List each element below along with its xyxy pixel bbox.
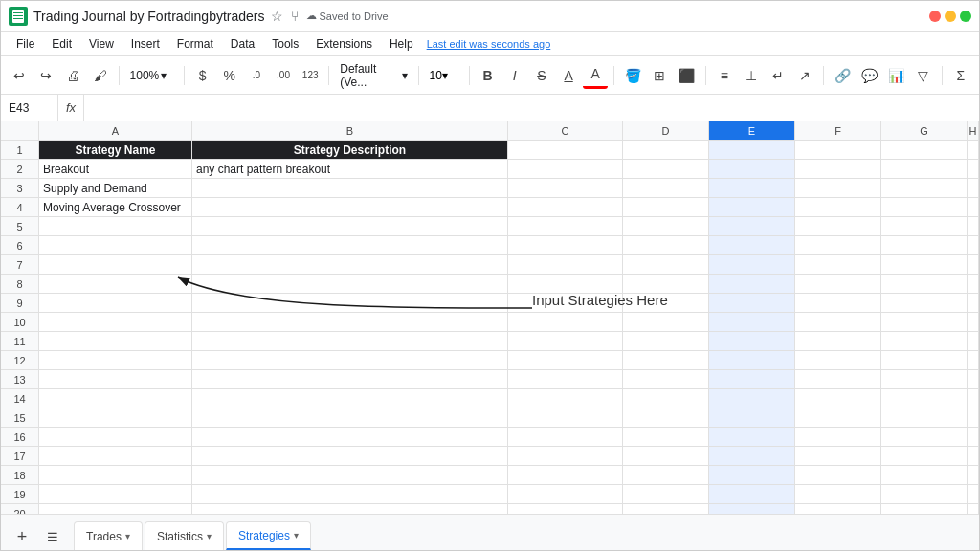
- cell-g4[interactable]: [881, 198, 968, 216]
- cell-b13[interactable]: [192, 370, 508, 388]
- cell-e16[interactable]: [709, 428, 795, 446]
- cell-h8[interactable]: [968, 275, 979, 293]
- cell-g5[interactable]: [881, 217, 968, 235]
- row-num-2[interactable]: 2: [1, 160, 39, 178]
- cell-h13[interactable]: [968, 370, 979, 388]
- row-num-7[interactable]: 7: [1, 255, 39, 274]
- cell-d16[interactable]: [623, 428, 709, 446]
- cell-h19[interactable]: [968, 485, 979, 503]
- row-num-17[interactable]: 17: [1, 447, 39, 465]
- col-header-g[interactable]: G: [881, 121, 968, 140]
- cell-h2[interactable]: [968, 160, 979, 178]
- cell-e17[interactable]: [709, 447, 795, 465]
- cell-g18[interactable]: [881, 466, 968, 484]
- cell-g20[interactable]: [881, 504, 968, 514]
- col-header-a[interactable]: A: [39, 121, 192, 140]
- cell-d19[interactable]: [623, 485, 709, 503]
- row-num-13[interactable]: 13: [1, 370, 39, 388]
- cell-g15[interactable]: [881, 408, 968, 427]
- cell-d7[interactable]: [623, 255, 709, 274]
- functions-button[interactable]: Σ: [948, 62, 973, 89]
- cell-a2[interactable]: Breakout: [39, 160, 192, 178]
- cell-d3[interactable]: [623, 179, 709, 197]
- cell-c12[interactable]: [508, 351, 623, 369]
- cell-e4[interactable]: [709, 198, 795, 216]
- cell-g11[interactable]: [881, 332, 968, 350]
- cell-h14[interactable]: [968, 389, 979, 408]
- cell-f12[interactable]: [795, 351, 881, 369]
- cell-a16[interactable]: [39, 428, 192, 446]
- cell-e11[interactable]: [709, 332, 795, 350]
- cell-a9[interactable]: [39, 294, 192, 312]
- cell-g14[interactable]: [881, 389, 968, 408]
- cell-f6[interactable]: [795, 236, 881, 254]
- col-header-b[interactable]: B: [192, 121, 508, 140]
- rotate-button[interactable]: ↗: [792, 62, 817, 89]
- cell-d8[interactable]: [623, 275, 709, 293]
- cell-a14[interactable]: [39, 389, 192, 408]
- cell-f10[interactable]: [795, 313, 881, 331]
- cell-b4[interactable]: [192, 198, 508, 216]
- cell-f14[interactable]: [795, 389, 881, 408]
- cell-a6[interactable]: [39, 236, 192, 254]
- cell-e14[interactable]: [709, 389, 795, 408]
- cell-h4[interactable]: [968, 198, 979, 216]
- cell-c10[interactable]: [508, 313, 623, 331]
- cell-reference[interactable]: E43: [1, 95, 58, 121]
- chart-button[interactable]: 📊: [884, 62, 909, 89]
- cell-a4[interactable]: Moving Average Crossover: [39, 198, 192, 216]
- cell-d14[interactable]: [623, 389, 709, 408]
- link-button[interactable]: 🔗: [830, 62, 855, 89]
- paint-format-button[interactable]: 🖌: [87, 62, 112, 89]
- cell-b20[interactable]: [192, 504, 508, 514]
- cell-d10[interactable]: [623, 313, 709, 331]
- menu-format[interactable]: Format: [169, 35, 221, 53]
- cell-b14[interactable]: [192, 389, 508, 408]
- cell-a17[interactable]: [39, 447, 192, 465]
- cell-a19[interactable]: [39, 485, 192, 503]
- cell-b10[interactable]: [192, 313, 508, 331]
- cell-b2[interactable]: any chart pattern breakout: [192, 160, 508, 178]
- cell-b18[interactable]: [192, 466, 508, 484]
- merge-button[interactable]: ⬛: [675, 62, 700, 89]
- sheet-list-button[interactable]: ☰: [39, 523, 66, 550]
- cell-f3[interactable]: [795, 179, 881, 197]
- cell-e19[interactable]: [709, 485, 795, 503]
- tab-statistics-dropdown-icon[interactable]: ▾: [207, 531, 212, 541]
- row-num-14[interactable]: 14: [1, 389, 39, 408]
- bold-button[interactable]: B: [476, 62, 501, 89]
- cell-g17[interactable]: [881, 447, 968, 465]
- cell-c18[interactable]: [508, 466, 623, 484]
- redo-button[interactable]: ↪: [33, 62, 58, 89]
- cell-f5[interactable]: [795, 217, 881, 235]
- cell-c20[interactable]: [508, 504, 623, 514]
- menu-view[interactable]: View: [81, 35, 122, 53]
- cell-a1[interactable]: Strategy Name: [39, 141, 192, 159]
- tab-statistics[interactable]: Statistics ▾: [145, 521, 224, 550]
- cell-b1[interactable]: Strategy Description: [192, 141, 508, 159]
- col-header-f[interactable]: F: [795, 121, 881, 140]
- cell-e6[interactable]: [709, 236, 795, 254]
- cell-b12[interactable]: [192, 351, 508, 369]
- cell-a3[interactable]: Supply and Demand: [39, 179, 192, 197]
- cell-e12[interactable]: [709, 351, 795, 369]
- cell-h17[interactable]: [968, 447, 979, 465]
- menu-file[interactable]: File: [9, 35, 42, 53]
- cell-d2[interactable]: [623, 160, 709, 178]
- underline-button[interactable]: A: [556, 62, 581, 89]
- cell-d1[interactable]: [623, 141, 709, 159]
- undo-button[interactable]: ↩: [7, 62, 32, 89]
- row-num-15[interactable]: 15: [1, 408, 39, 427]
- col-header-e[interactable]: E: [709, 121, 795, 140]
- cell-d9[interactable]: [623, 294, 709, 312]
- cell-d12[interactable]: [623, 351, 709, 369]
- row-num-10[interactable]: 10: [1, 313, 39, 331]
- cell-c4[interactable]: [508, 198, 623, 216]
- cell-c8[interactable]: [508, 275, 623, 293]
- cell-h6[interactable]: [968, 236, 979, 254]
- filter-button[interactable]: ▽: [911, 62, 936, 89]
- cell-h15[interactable]: [968, 408, 979, 427]
- cell-h10[interactable]: [968, 313, 979, 331]
- cell-h5[interactable]: [968, 217, 979, 235]
- last-edit-link[interactable]: Last edit was seconds ago: [427, 38, 551, 50]
